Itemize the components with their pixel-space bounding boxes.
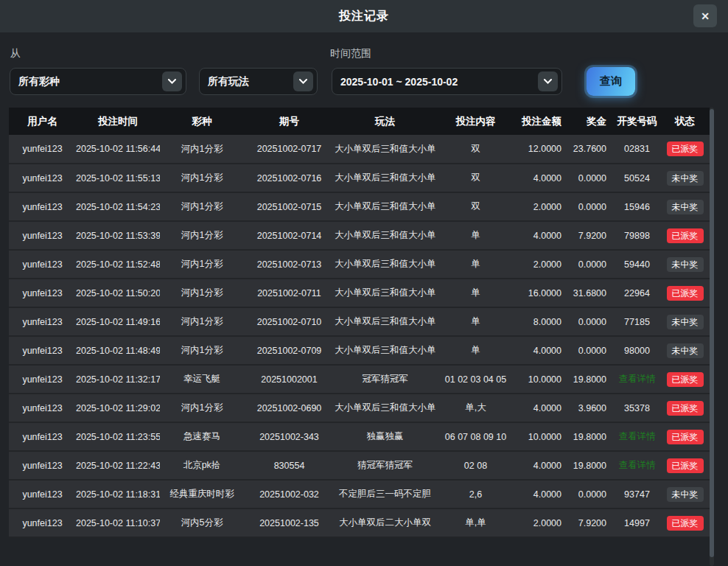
view-details-link[interactable]: 查看详情 <box>619 460 656 470</box>
cell-play: 大小单双后三和值大小单双 <box>335 336 435 365</box>
cell-prize: 7.9200 <box>569 509 614 537</box>
cell-draw-number: 79898 <box>614 221 660 250</box>
table-row: yunfei123 2025-10-02 11:29:02 河内1分彩 2025… <box>9 394 710 422</box>
cell-prize: 0.0000 <box>569 480 614 509</box>
cell-play: 猜冠军猜冠军 <box>335 451 435 480</box>
cell-lottery: 河内1分彩 <box>160 164 244 192</box>
cell-lottery: 河内1分彩 <box>160 250 244 279</box>
cell-bet-time: 2025-10-02 11:55:13 <box>76 164 160 192</box>
status-badge: 未中奖 <box>667 343 704 358</box>
cell-lottery: 急速赛马 <box>160 422 244 451</box>
scrollbar-thumb[interactable] <box>710 109 714 557</box>
status-badge: 未中奖 <box>667 200 704 214</box>
cell-status: 已派奖 <box>660 135 710 164</box>
cell-bet-content: 双 <box>435 164 516 192</box>
cell-bet-amount: 4.0000 <box>516 221 569 250</box>
cell-bet-content: 01 02 03 04 05 <box>435 365 516 394</box>
close-icon: ✕ <box>701 10 710 22</box>
table-header-row: 用户名 投注时间 彩种 期号 玩法 投注内容 投注金额 奖金 开奖号码 状态 <box>9 108 710 135</box>
cell-prize: 23.7600 <box>569 135 614 164</box>
cell-username: yunfei123 <box>9 394 76 422</box>
modal-header: 投注记录 ✕ <box>0 0 728 32</box>
cell-bet-time: 2025-10-02 11:32:17 <box>76 365 160 394</box>
status-badge: 已派奖 <box>667 142 704 156</box>
cell-play: 大小单双后三和值大小单双 <box>335 279 435 307</box>
cell-bet-content: 双 <box>435 192 516 221</box>
cell-draw-number: 查看详情 <box>614 451 660 480</box>
cell-bet-amount: 2.0000 <box>516 250 569 279</box>
cell-draw-number: 35378 <box>614 394 660 422</box>
col-bet-time: 投注时间 <box>76 108 160 135</box>
cell-username: yunfei123 <box>9 192 76 221</box>
cell-play: 大小单双后三和值大小单双 <box>335 192 435 221</box>
table-row: yunfei123 2025-10-02 11:48:49 河内1分彩 2025… <box>9 336 710 365</box>
cell-play: 大小单双后三和值大小单双 <box>335 250 435 279</box>
cell-prize: 0.0000 <box>569 250 614 279</box>
table-row: yunfei123 2025-10-02 11:22:43 北京pk拾 8305… <box>9 451 710 480</box>
cell-status: 未中奖 <box>660 192 710 221</box>
query-button[interactable]: 查询 <box>587 67 635 96</box>
cell-status: 已派奖 <box>660 422 710 451</box>
cell-issue: 20251002-0690 <box>244 394 335 422</box>
cell-issue: 20251002-0714 <box>244 221 335 250</box>
cell-status: 未中奖 <box>660 336 710 365</box>
cell-lottery: 河内1分彩 <box>160 336 244 365</box>
cell-username: yunfei123 <box>9 250 76 279</box>
col-draw-number: 开奖号码 <box>614 108 660 135</box>
cell-bet-amount: 4.0000 <box>516 480 569 509</box>
cell-bet-content: 单,单 <box>435 509 516 537</box>
cell-issue: 20251002-0715 <box>244 192 335 221</box>
cell-bet-amount: 4.0000 <box>516 451 569 480</box>
cell-draw-number: 02831 <box>614 135 660 164</box>
status-badge: 已派奖 <box>667 372 704 387</box>
col-content: 投注内容 <box>435 108 516 135</box>
col-status: 状态 <box>660 108 710 135</box>
cell-username: yunfei123 <box>9 279 76 307</box>
status-badge: 已派奖 <box>667 401 704 416</box>
cell-play: 大小单双后三和值大小单双 <box>335 307 435 336</box>
cell-bet-time: 2025-10-02 11:10:37 <box>76 509 160 537</box>
from-label: 从 <box>10 47 21 60</box>
cell-bet-time: 2025-10-02 11:23:55 <box>76 422 160 451</box>
play-type-select[interactable]: 所有玩法 <box>199 68 318 95</box>
cell-lottery: 河内1分彩 <box>160 307 244 336</box>
cell-username: yunfei123 <box>9 135 76 164</box>
cell-username: yunfei123 <box>9 365 76 394</box>
cell-status: 未中奖 <box>660 480 710 509</box>
cell-bet-amount: 2.0000 <box>516 192 569 221</box>
date-range-value: 2025-10-01 ~ 2025-10-02 <box>340 76 458 88</box>
cell-username: yunfei123 <box>9 509 76 537</box>
cell-bet-amount: 10.0000 <box>516 365 569 394</box>
lottery-type-select[interactable]: 所有彩种 <box>10 68 186 95</box>
view-details-link[interactable]: 查看详情 <box>619 374 656 384</box>
cell-draw-number: 50524 <box>614 164 660 192</box>
col-issue: 期号 <box>244 108 335 135</box>
cell-play: 独赢独赢 <box>335 422 435 451</box>
scrollbar-track[interactable] <box>710 108 714 566</box>
cell-bet-amount: 16.0000 <box>516 279 569 307</box>
cell-prize: 0.0000 <box>569 164 614 192</box>
status-badge: 已派奖 <box>667 458 704 473</box>
cell-lottery: 河内1分彩 <box>160 135 244 164</box>
date-range-select[interactable]: 2025-10-01 ~ 2025-10-02 <box>332 68 562 95</box>
cell-lottery: 河内1分彩 <box>160 279 244 307</box>
cell-bet-content: 单,大 <box>435 394 516 422</box>
table-row: yunfei123 2025-10-02 11:56:44 河内1分彩 2025… <box>9 135 710 164</box>
close-button[interactable]: ✕ <box>693 4 717 27</box>
cell-lottery: 河内1分彩 <box>160 394 244 422</box>
chevron-down-icon <box>538 71 558 91</box>
cell-bet-content: 单 <box>435 279 516 307</box>
col-username: 用户名 <box>9 108 76 135</box>
cell-draw-number: 查看详情 <box>614 365 660 394</box>
cell-prize: 19.8000 <box>569 422 614 451</box>
chevron-down-icon <box>293 71 313 91</box>
cell-bet-time: 2025-10-02 11:49:16 <box>76 307 160 336</box>
cell-bet-amount: 2.0000 <box>516 509 569 537</box>
table-row: yunfei123 2025-10-02 11:50:20 河内1分彩 2025… <box>9 279 710 307</box>
view-details-link[interactable]: 查看详情 <box>619 431 656 441</box>
cell-prize: 19.8000 <box>569 365 614 394</box>
status-badge: 未中奖 <box>667 487 704 502</box>
status-badge: 未中奖 <box>667 315 704 329</box>
page-title: 投注记录 <box>339 9 389 24</box>
cell-bet-amount: 4.0000 <box>516 336 569 365</box>
